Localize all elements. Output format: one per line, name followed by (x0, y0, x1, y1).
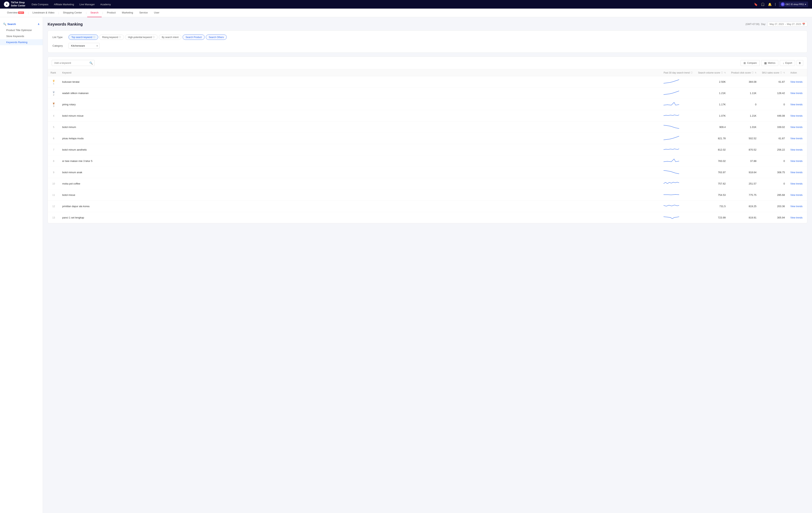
table-header-row: Rank Keyword Past 30 day search trend ⓘ … (48, 69, 807, 76)
view-trends-link[interactable]: View trends (790, 148, 803, 151)
info-icon-1[interactable]: ⓘ (119, 36, 121, 39)
metrics-button[interactable]: ▦ Metrics (761, 60, 778, 66)
bell-icon[interactable]: 🔔 (768, 3, 772, 6)
volume-cell: 731.5 (695, 201, 728, 212)
rank-num: 7 (53, 148, 54, 151)
top-nav: ✦ TikTok ShopSeller Center Data Compass … (0, 0, 812, 8)
export-button[interactable]: ↓ Export (780, 60, 795, 66)
headset-icon[interactable]: 🎧 (761, 3, 765, 6)
th-action: Action (788, 69, 807, 76)
mini-chart (664, 192, 679, 198)
click-cell: 918.64 (728, 167, 759, 178)
nav-data-compass[interactable]: Data Compass (32, 3, 48, 6)
compare-button[interactable]: ⊞ Compare (741, 60, 759, 66)
info-icon-0[interactable]: ⓘ (93, 36, 95, 39)
view-trends-link[interactable]: View trends (790, 92, 803, 95)
sku-cell: 305.94 (759, 212, 788, 223)
table-row: ♛3 piring rotary 1.17K 0 0 View trends (48, 99, 807, 110)
sec-nav-search[interactable]: Search (87, 8, 102, 17)
sec-nav-livestream[interactable]: Livestream & Video (29, 8, 58, 17)
keyword-cell: pisau kelapa muda (59, 133, 661, 144)
user-badge[interactable]: O OEC ID shop PPE1 ▾ (779, 2, 808, 7)
table-row: 13 panci 1 set lengkap 723.99 819.91 305… (48, 212, 807, 223)
view-trends-link[interactable]: View trends (790, 171, 803, 174)
volume-info-icon[interactable]: ⓘ (721, 71, 723, 74)
sec-nav-marketing[interactable]: Marketing (119, 8, 136, 17)
tab-high-potential[interactable]: High-potential keyword ⓘ (125, 34, 157, 40)
th-volume: Search volume score ⓘ ⇅ (695, 69, 728, 76)
crown-icon: ♛ (53, 79, 55, 82)
keyword-cell: botol mixue (59, 189, 661, 201)
date-from: May 27, 2023 (770, 23, 784, 26)
table-row: 12 printilan dapur ala korea 731.5 819.2… (48, 201, 807, 212)
sidebar-item-store-keywords[interactable]: Store Keywords (0, 33, 43, 39)
click-sort-icon[interactable]: ⇅ (755, 71, 756, 74)
list-type-label: List Type (53, 36, 66, 39)
sku-cell: 61.87 (759, 133, 788, 144)
sidebar-item-product-title[interactable]: Product Title Optimizer (0, 27, 43, 33)
tab-rising[interactable]: Rising keyword ⓘ (99, 34, 124, 40)
view-trends-link[interactable]: View trends (790, 205, 803, 208)
sku-sort-icon[interactable]: ⇅ (783, 71, 785, 74)
sec-nav-overview[interactable]: Overview HOT! (4, 8, 27, 17)
view-trends-link[interactable]: View trends (790, 194, 803, 197)
tab-top-search[interactable]: Top search keyword ⓘ (68, 34, 98, 40)
volume-sort-icon[interactable]: ⇅ (724, 71, 726, 74)
sku-cell: 339.02 (759, 122, 788, 133)
date-to: May 27, 2023 (787, 23, 801, 26)
view-trends-link[interactable]: View trends (790, 160, 803, 162)
sec-nav-shopping[interactable]: Shopping Center (60, 8, 85, 17)
logo[interactable]: ✦ TikTok ShopSeller Center (4, 1, 25, 7)
nav-affiliate[interactable]: Affiliate Marketing (54, 3, 74, 6)
tab-by-search-intent[interactable]: By search intent (159, 34, 181, 40)
sec-nav-service[interactable]: Service (136, 8, 151, 17)
click-info-icon[interactable]: ⓘ (752, 71, 754, 74)
view-trends-link[interactable]: View trends (790, 216, 803, 219)
sidebar-search-header[interactable]: 🔍 Search ∧ (0, 21, 43, 27)
category-select-wrapper: Kitchenware Electronics Fashion Beauty S… (68, 43, 100, 49)
nav-right: 🔖 🎧 🔔 | O OEC ID shop PPE1 ▾ (754, 2, 808, 7)
rank-cell: 4 (48, 110, 59, 122)
trend-cell (661, 110, 695, 122)
nav-academy[interactable]: Academy (100, 3, 111, 6)
trend-info-icon[interactable]: ⓘ (691, 71, 693, 74)
date-separator: - (785, 23, 786, 26)
clear-button[interactable]: 🗑 (796, 60, 803, 66)
sec-nav-user[interactable]: User (151, 8, 162, 17)
nav-links: Data Compass Affiliate Marketing Live Ma… (32, 3, 111, 6)
sku-info-icon[interactable]: ⓘ (780, 71, 782, 74)
action-cell: View trends (788, 88, 807, 99)
view-trends-link[interactable]: View trends (790, 126, 803, 128)
view-trends-link[interactable]: View trends (790, 137, 803, 140)
nav-live-manager[interactable]: Live Manager (79, 3, 95, 6)
rank-cell: 8 (48, 155, 59, 167)
keyword-cell: piring rotary (59, 99, 661, 110)
volume-cell: 723.99 (695, 212, 728, 223)
view-trends-link[interactable]: View trends (790, 182, 803, 185)
sidebar-section-search: 🔍 Search ∧ Product Title Optimizer Store… (0, 20, 43, 46)
view-trends-link[interactable]: View trends (790, 103, 803, 106)
tab-search-others[interactable]: Search Others (206, 34, 227, 40)
export-icon: ↓ (783, 61, 784, 65)
info-icon-2[interactable]: ⓘ (152, 36, 155, 39)
view-trends-link[interactable]: View trends (790, 81, 803, 83)
hot-badge: HOT! (18, 11, 24, 14)
trend-cell (661, 133, 695, 144)
rank-cell: ♛2 (48, 88, 59, 99)
tab-search-product[interactable]: Search Product (183, 34, 205, 40)
keyword-cell: botol minum (59, 122, 661, 133)
table-row: ♛2 wadah silikon makanan 1.21K 1.11K 128… (48, 88, 807, 99)
action-cell: View trends (788, 133, 807, 144)
mini-chart (664, 79, 679, 85)
sidebar-item-keywords-ranking[interactable]: Keywords Ranking (0, 39, 43, 45)
sec-nav-product[interactable]: Product (104, 8, 119, 17)
bookmark-icon[interactable]: 🔖 (754, 3, 758, 6)
category-select[interactable]: Kitchenware Electronics Fashion Beauty S… (68, 43, 100, 49)
keyword-input[interactable] (52, 60, 95, 66)
divider-1: | (28, 11, 28, 14)
date-range-picker[interactable]: May 27, 2023 - May 27, 2023 📅 (767, 22, 807, 27)
mini-chart (664, 124, 679, 130)
view-trends-link[interactable]: View trends (790, 115, 803, 117)
sku-cell: 0 (759, 178, 788, 189)
sku-cell: 256.22 (759, 144, 788, 155)
